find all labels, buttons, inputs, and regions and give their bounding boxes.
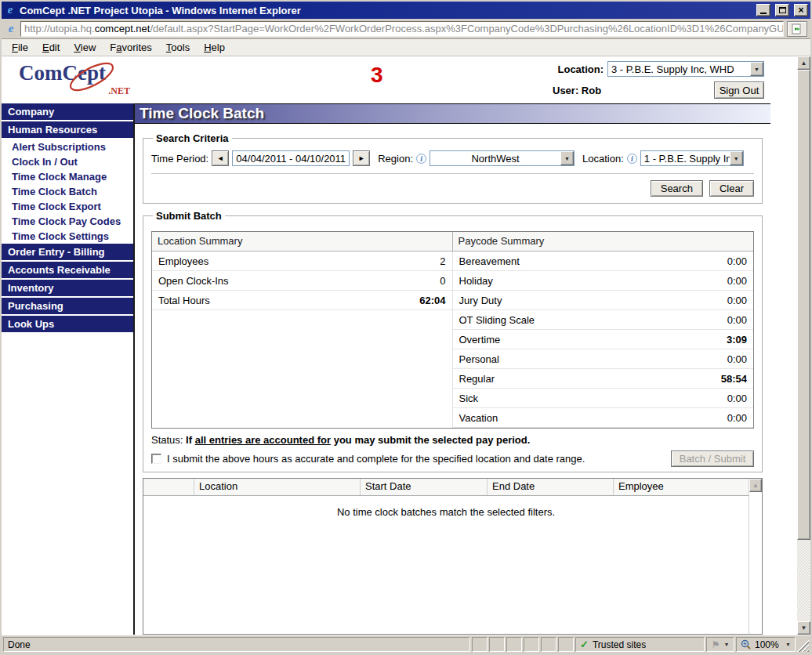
header-user-panel: Location: 3 - P.B.E. Supply Inc, WHD ▼ U… <box>553 61 764 99</box>
trusted-sites-label: Trusted sites <box>593 639 646 650</box>
scroll-down-icon[interactable]: ▼ <box>797 621 810 635</box>
menu-edit[interactable]: Edit <box>35 40 67 55</box>
summary-value: 0:00 <box>727 255 747 267</box>
scroll-up-icon[interactable]: ▲ <box>749 479 762 492</box>
batch-status-line: Status: If all entries are accounted for… <box>151 434 754 446</box>
results-column-location: Location <box>194 479 361 495</box>
page-title: Time Clock Batch <box>135 103 770 124</box>
search-location-value: 1 - P.B.E. Supply Inc. <box>641 153 730 165</box>
scrollbar-track[interactable] <box>797 540 810 621</box>
location-summary-rows: Employees2Open Clock-Ins0Total Hours62:0… <box>152 252 452 310</box>
magnifier-icon <box>741 639 751 650</box>
sign-out-button[interactable]: Sign Out <box>714 81 764 99</box>
summary-label: Vacation <box>459 412 498 424</box>
sidebar-item-look-ups[interactable]: Look Ups <box>2 316 133 332</box>
results-header: LocationStart DateEnd DateEmployee <box>143 479 749 496</box>
location-info-icon[interactable]: i <box>627 154 637 164</box>
summary-row-regular: Regular58:54 <box>453 369 754 389</box>
results-column-end-date: End Date <box>488 479 614 495</box>
page-body: CompanyHuman ResourcesAlert Subscription… <box>2 103 797 635</box>
sidebar-item-purchasing[interactable]: Purchasing <box>2 298 133 314</box>
window-titlebar: e ComCept .NET Project Utopia - Windows … <box>2 2 810 19</box>
browser-scrollbar[interactable]: ▲ ▼ <box>797 56 810 635</box>
region-select[interactable]: NorthWest ▼ <box>430 150 575 166</box>
menu-tools[interactable]: Tools <box>159 40 197 55</box>
status-text: If <box>186 434 195 446</box>
url-prefix: http://utopia.hq. <box>24 23 95 34</box>
summary-row-open-clock-ins: Open Clock-Ins0 <box>152 271 452 291</box>
statusbar-pane <box>506 637 522 652</box>
sidebar-item-time-clock-settings[interactable]: Time Clock Settings <box>2 229 133 244</box>
summary-value: 0:00 <box>727 314 747 326</box>
chevron-down-icon[interactable]: ▼ <box>560 151 574 165</box>
sidebar-item-human-resources[interactable]: Human Resources <box>2 121 133 138</box>
submit-batch-section: Submit Batch Location Summary Employees2… <box>143 210 763 472</box>
menu-file[interactable]: File <box>5 40 35 55</box>
clear-button[interactable]: Clear <box>709 180 754 197</box>
summary-row-ot-sliding-scale: OT Sliding Scale0:00 <box>453 310 754 330</box>
status-bar: Done ✓ Trusted sites ⚑ ▼ 100% ▼ <box>2 635 810 653</box>
time-period-prev-button[interactable]: ◄ <box>212 150 229 166</box>
resize-grip[interactable] <box>797 637 809 652</box>
statusbar-pane <box>541 637 556 652</box>
summary-value: 58:54 <box>721 373 747 385</box>
summary-value: 0:00 <box>727 412 747 424</box>
zoom-control[interactable]: 100% ▼ <box>736 637 796 652</box>
paycode-summary-column: Paycode Summary Bereavement0:00Holiday0:… <box>453 232 754 428</box>
go-button[interactable] <box>787 21 807 37</box>
location-label: Location: <box>558 63 604 75</box>
chevron-down-icon[interactable]: ▼ <box>730 151 743 165</box>
time-period-label: Time Period: <box>151 153 208 165</box>
results-scrollbar[interactable]: ▲ <box>749 479 762 634</box>
submit-batch-legend: Submit Batch <box>153 210 225 222</box>
results-column-start-date: Start Date <box>361 479 488 495</box>
chevron-down-icon[interactable]: ▼ <box>750 62 763 76</box>
minimize-button[interactable] <box>756 4 770 16</box>
sidebar-item-inventory[interactable]: Inventory <box>2 280 133 296</box>
summary-value: 0:00 <box>727 275 747 287</box>
search-button[interactable]: Search <box>651 180 703 197</box>
sidebar-item-accounts-receivable[interactable]: Accounts Receivable <box>2 262 133 278</box>
site-header: ComCept .NET 3 Location: 3 - P.B.E. Supp… <box>2 56 797 103</box>
summary-value: 0:00 <box>727 295 747 306</box>
scrollbar-thumb[interactable] <box>797 70 810 540</box>
window-title: ComCept .NET Project Utopia - Windows In… <box>20 5 752 16</box>
header-location-select[interactable]: 3 - P.B.E. Supply Inc, WHD ▼ <box>607 61 764 77</box>
confirm-checkbox[interactable] <box>151 454 161 464</box>
address-input[interactable]: http://utopia.hq.comcept.net/default.asp… <box>20 21 784 37</box>
location-summary-column: Location Summary Employees2Open Clock-In… <box>152 232 453 428</box>
menu-help[interactable]: Help <box>197 40 232 55</box>
statusbar-pane <box>472 637 488 652</box>
statusbar-pane <box>489 637 505 652</box>
region-info-icon[interactable]: i <box>416 154 426 164</box>
protected-mode-pane[interactable]: ⚑ ▼ <box>706 637 734 652</box>
search-location-select[interactable]: 1 - P.B.E. Supply Inc. ▼ <box>640 150 744 166</box>
batch-submit-button[interactable]: Batch / Submit <box>671 451 754 467</box>
sidebar-item-company[interactable]: Company <box>2 103 133 120</box>
menu-favorites[interactable]: Favorites <box>103 40 158 55</box>
summary-row-bereavement: Bereavement0:00 <box>453 252 754 271</box>
sidebar-item-time-clock-batch[interactable]: Time Clock Batch <box>2 184 133 199</box>
maximize-button[interactable] <box>775 4 789 16</box>
region-value: NorthWest <box>430 153 560 165</box>
time-period-next-button[interactable]: ► <box>353 150 370 166</box>
summary-row-total-hours: Total Hours62:04 <box>152 291 452 310</box>
summary-label: Total Hours <box>158 295 210 306</box>
logo-text: ComCept <box>19 61 106 85</box>
sidebar-item-alert-subscriptions[interactable]: Alert Subscriptions <box>2 139 133 154</box>
statusbar-pane <box>524 637 539 652</box>
time-period-input[interactable] <box>232 150 350 166</box>
url-path: /default.aspx?StartPage=WorkOrder%2FWork… <box>150 23 784 34</box>
sidebar-item-time-clock-manage[interactable]: Time Clock Manage <box>2 169 133 184</box>
close-button[interactable]: × <box>794 4 808 16</box>
zoom-level: 100% <box>755 639 779 650</box>
sidebar-item-order-entry-billing[interactable]: Order Entry - Billing <box>2 244 133 260</box>
sidebar-item-clock-in-out[interactable]: Clock In / Out <box>2 154 133 169</box>
status-rest-text: you may submit the selected pay period. <box>331 434 530 446</box>
security-zone-pane: ✓ Trusted sites <box>575 637 705 652</box>
scroll-up-icon[interactable]: ▲ <box>797 56 810 70</box>
menu-view[interactable]: View <box>67 40 103 55</box>
url-domain: comcept.net <box>95 23 150 34</box>
sidebar-item-time-clock-pay-codes[interactable]: Time Clock Pay Codes <box>2 214 133 229</box>
sidebar-item-time-clock-export[interactable]: Time Clock Export <box>2 199 133 214</box>
